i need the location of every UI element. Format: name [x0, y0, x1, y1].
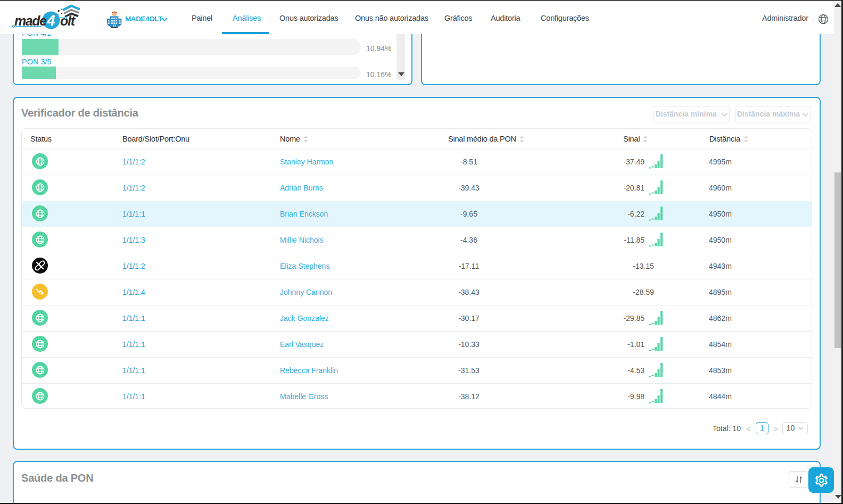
svg-text:made: made [14, 13, 47, 28]
svg-text:4: 4 [46, 12, 55, 29]
